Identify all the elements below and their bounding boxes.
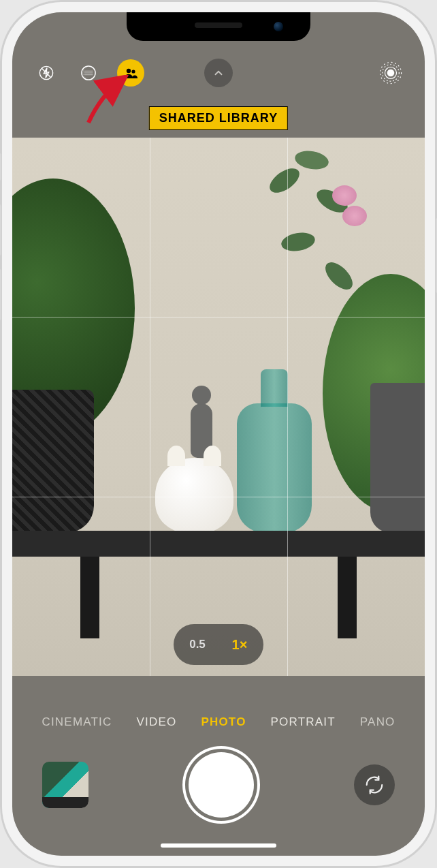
top-left-group — [33, 59, 144, 87]
shared-library-icon[interactable] — [117, 59, 144, 87]
mode-video[interactable]: VIDEO — [137, 715, 177, 729]
scene-bracket — [338, 557, 357, 638]
speaker-grille — [195, 22, 242, 28]
flip-camera-button[interactable] — [354, 764, 395, 805]
viewfinder[interactable]: 0.5 1× — [12, 138, 425, 676]
top-controls — [12, 55, 425, 91]
scene-cat-planter — [155, 458, 233, 533]
mode-portrait[interactable]: PORTRAIT — [271, 715, 336, 729]
flash-off-icon[interactable] — [33, 59, 60, 87]
home-indicator[interactable] — [161, 843, 276, 848]
mute-switch — [0, 153, 1, 181]
chevron-up-icon[interactable] — [204, 59, 233, 87]
mode-pano[interactable]: PANO — [360, 715, 395, 729]
scene-bracket — [80, 557, 99, 638]
mode-photo[interactable]: PHOTO — [201, 715, 246, 729]
zoom-selector[interactable]: 0.5 1× — [174, 624, 263, 665]
night-mode-icon[interactable] — [75, 59, 102, 87]
grid-line — [287, 138, 288, 676]
mode-cinematic[interactable]: CINEMATIC — [42, 715, 112, 729]
zoom-0-5x[interactable]: 0.5 — [178, 628, 217, 661]
shared-library-banner: SHARED LIBRARY — [149, 106, 288, 130]
svg-point-4 — [131, 69, 135, 73]
scene-vase — [237, 403, 312, 533]
scene-pot-right — [370, 383, 425, 533]
zoom-1x[interactable]: 1× — [220, 628, 259, 661]
volume-down — [0, 269, 1, 320]
scene-pot-left — [12, 390, 94, 533]
svg-point-3 — [127, 69, 131, 73]
shutter-button[interactable] — [189, 752, 254, 818]
screen: SHARED LIBRARY — [12, 12, 425, 856]
front-camera — [274, 22, 283, 31]
grid-line — [12, 317, 425, 317]
volume-up — [0, 204, 1, 255]
svg-point-5 — [387, 69, 393, 76]
notch — [127, 12, 310, 41]
scene-shelf — [12, 531, 425, 557]
grid-line — [150, 138, 150, 676]
live-photo-icon[interactable] — [377, 59, 404, 87]
iphone-frame: SHARED LIBRARY — [0, 0, 437, 868]
last-photo-thumbnail[interactable] — [42, 762, 88, 808]
grid-line — [12, 497, 425, 497]
bottom-bar — [12, 734, 425, 856]
mode-selector[interactable]: CINEMATIC VIDEO PHOTO PORTRAIT PANO — [12, 715, 425, 729]
